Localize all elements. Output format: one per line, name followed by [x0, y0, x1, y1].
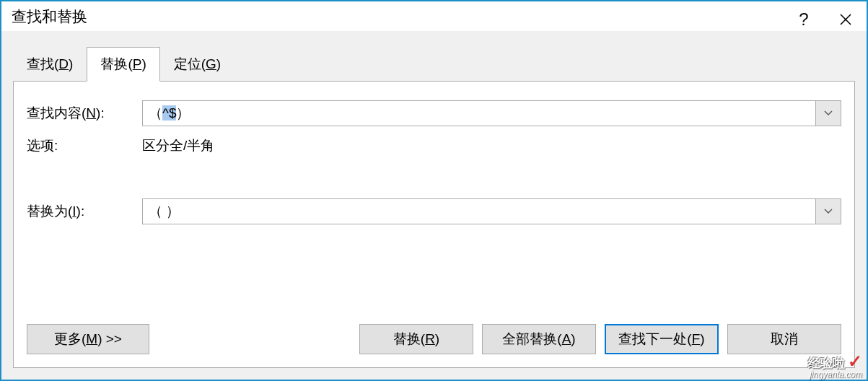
content-area: 查找(D) 替换(P) 定位(G) 查找内容(N): （^$）	[1, 31, 867, 380]
find-next-button[interactable]: 查找下一处(F)	[605, 324, 719, 354]
options-value: 区分全/半角	[142, 136, 214, 155]
replace-dropdown-button[interactable]	[815, 198, 841, 224]
find-combo: （^$）	[142, 100, 841, 126]
find-replace-dialog: 查找和替换 ? 查找(D) 替换(P) 定位(G)	[0, 0, 868, 381]
close-icon	[839, 13, 852, 26]
watermark-line1: 经验啦✓	[808, 353, 862, 370]
options-label: 选项:	[27, 136, 142, 155]
more-button[interactable]: 更多(M) >>	[27, 324, 149, 354]
replace-button[interactable]: 替换(R)	[359, 324, 473, 354]
find-label: 查找内容(N):	[27, 104, 142, 123]
titlebar: 查找和替换 ?	[1, 1, 867, 31]
cancel-button[interactable]: 取消	[727, 324, 841, 354]
tab-find[interactable]: 查找(D)	[13, 47, 87, 81]
tab-replace[interactable]: 替换(P)	[87, 47, 159, 82]
replace-row: 替换为(I): （ ）	[27, 198, 841, 224]
checkmark-icon: ✓	[848, 351, 862, 371]
window-title: 查找和替换	[12, 6, 87, 27]
replace-all-button[interactable]: 全部替换(A)	[482, 324, 596, 354]
watermark-line2: jingyanla.com	[808, 370, 862, 379]
replace-combo: （ ）	[142, 198, 841, 224]
tab-goto[interactable]: 定位(G)	[160, 47, 234, 81]
button-row: 更多(M) >> 替换(R) 全部替换(A) 查找下一处(F) 取消	[27, 324, 841, 354]
replace-input[interactable]: （ ）	[142, 198, 815, 224]
find-dropdown-button[interactable]	[815, 100, 841, 126]
find-row: 查找内容(N): （^$）	[27, 100, 841, 126]
tab-bar: 查找(D) 替换(P) 定位(G)	[13, 47, 855, 81]
chevron-down-icon	[824, 110, 833, 116]
options-row: 选项: 区分全/半角	[27, 136, 841, 155]
find-input[interactable]: （^$）	[142, 100, 815, 126]
watermark: 经验啦✓ jingyanla.com	[808, 353, 862, 379]
replace-label: 替换为(I):	[27, 202, 142, 221]
chevron-down-icon	[824, 209, 833, 214]
tab-panel: 查找内容(N): （^$） 选项: 区分全/半角	[13, 81, 855, 368]
button-group-right: 替换(R) 全部替换(A) 查找下一处(F) 取消	[359, 324, 841, 354]
